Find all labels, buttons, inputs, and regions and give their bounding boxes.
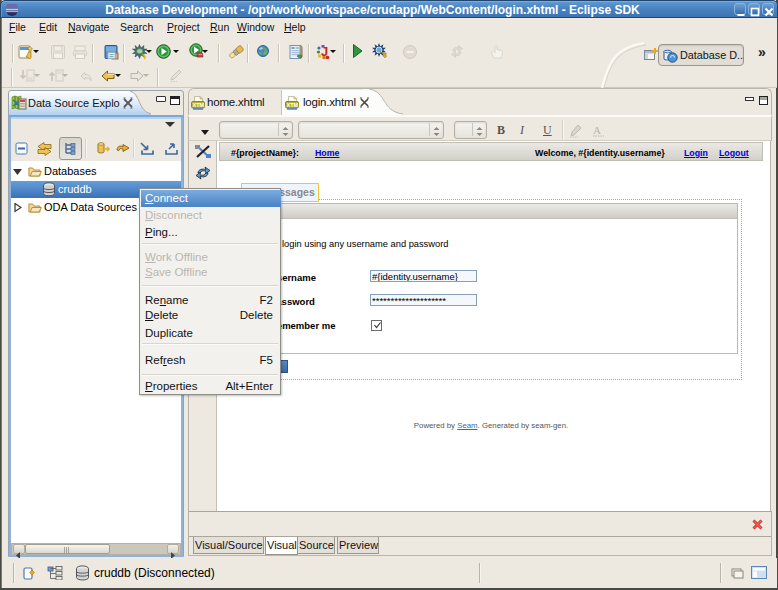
svg-text:XTM: XTM <box>193 102 205 108</box>
svg-text:XTM: XTM <box>287 102 299 108</box>
svg-text:A: A <box>593 124 601 136</box>
